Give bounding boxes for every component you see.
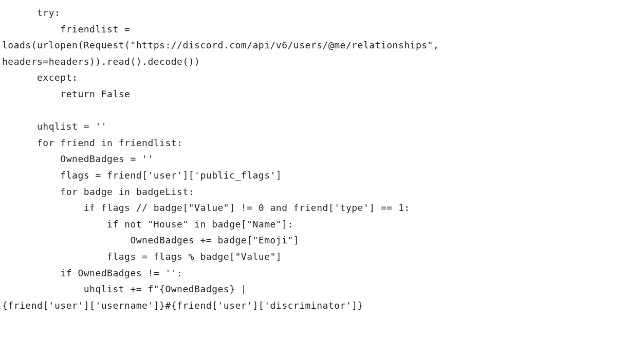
code-block: try: friendlist = loads(urlopen(Request(… [0,0,644,319]
code-content: try: friendlist = loads(urlopen(Request(… [2,7,439,311]
